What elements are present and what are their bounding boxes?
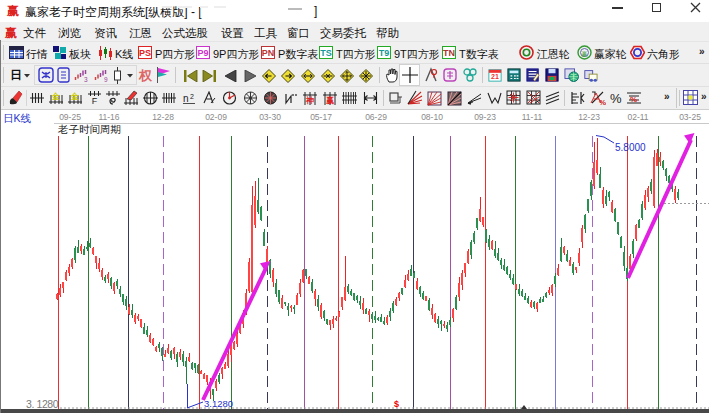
svg-text:神: 神 <box>305 96 314 105</box>
svg-text:09-23: 09-23 <box>474 112 496 122</box>
svg-text:日K线: 日K线 <box>3 112 32 124</box>
svg-text:赢: 赢 <box>325 96 334 105</box>
svg-text:F: F <box>92 96 98 105</box>
svg-text:n: n <box>183 93 189 104</box>
svg-text:12-28: 12-28 <box>152 112 174 122</box>
svg-text:05-17: 05-17 <box>310 112 332 122</box>
svg-text:11-16: 11-16 <box>98 112 119 122</box>
svg-text:11-11: 11-11 <box>522 112 543 122</box>
svg-text:TS: TS <box>320 48 332 58</box>
svg-text:9: 9 <box>104 76 108 82</box>
svg-text:金: 金 <box>70 92 79 101</box>
svg-text:3.1280: 3.1280 <box>204 398 233 409</box>
svg-text:06-29: 06-29 <box>365 112 387 122</box>
svg-text:09-25: 09-25 <box>59 112 81 122</box>
svg-text:02-09: 02-09 <box>205 112 227 122</box>
svg-text:21: 21 <box>491 73 499 80</box>
svg-text:PS: PS <box>139 48 151 58</box>
svg-text:2: 2 <box>190 93 194 100</box>
svg-text:PN: PN <box>262 48 275 58</box>
svg-text:%: % <box>630 95 637 104</box>
svg-text:TN: TN <box>443 48 455 58</box>
svg-text:老子时间周期: 老子时间周期 <box>57 123 121 135</box>
svg-text:03-30: 03-30 <box>259 112 281 122</box>
svg-text:02-11: 02-11 <box>627 112 648 122</box>
svg-text:3: 3 <box>84 76 88 82</box>
svg-text:赢: 赢 <box>582 51 588 58</box>
svg-text:T9: T9 <box>379 48 390 58</box>
svg-text:%: % <box>599 98 606 106</box>
svg-text:03-25: 03-25 <box>679 112 701 122</box>
svg-text:5.8000: 5.8000 <box>615 142 646 153</box>
svg-text:08-10: 08-10 <box>421 112 443 122</box>
svg-text:12-23: 12-23 <box>578 112 600 122</box>
svg-text:P9: P9 <box>197 48 208 58</box>
svg-text:金: 金 <box>51 92 60 101</box>
svg-text:3. 1280: 3. 1280 <box>26 398 59 410</box>
svg-text:$: $ <box>394 399 399 409</box>
